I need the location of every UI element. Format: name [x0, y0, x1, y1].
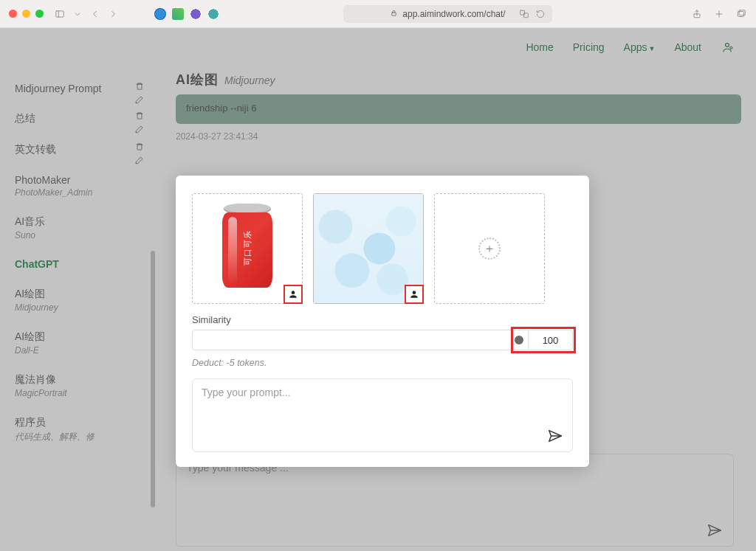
person-badge-icon[interactable] [405, 285, 424, 304]
reload-icon[interactable] [535, 8, 546, 20]
page: Home Pricing Apps▼ About Midjourney Prom… [0, 28, 756, 551]
upload-slot-add[interactable]: ＋ [434, 193, 545, 304]
extension-icon[interactable] [190, 8, 202, 20]
similarity-slider[interactable]: 100 [192, 330, 573, 350]
nav-back-icon[interactable] [89, 8, 101, 20]
chevron-down-icon[interactable] [72, 8, 83, 20]
extension-icon[interactable] [207, 8, 219, 20]
extension-icon[interactable] [154, 8, 166, 20]
zoom-window-icon[interactable] [35, 10, 44, 18]
tab-overview-icon[interactable] [735, 8, 747, 20]
extension-icon[interactable] [172, 8, 184, 20]
person-badge-icon[interactable] [284, 285, 303, 304]
address-bar[interactable]: app.aimindwork.com/chat/ [343, 5, 552, 23]
new-tab-icon[interactable] [713, 8, 725, 20]
upload-slot-2[interactable] [313, 193, 424, 304]
send-icon[interactable] [547, 428, 563, 444]
prompt-input[interactable]: Type your prompt... [192, 378, 573, 452]
translate-icon[interactable] [518, 8, 530, 20]
svg-rect-9 [739, 10, 745, 15]
browser-chrome: app.aimindwork.com/chat/ [0, 0, 756, 28]
url-text: app.aimindwork.com/chat/ [402, 9, 505, 19]
image-coke-can: 可口可乐 [219, 204, 275, 294]
slider-knob[interactable] [515, 336, 523, 344]
svg-rect-0 [56, 10, 64, 16]
svg-rect-8 [738, 11, 743, 16]
sidebar-toggle-icon[interactable] [54, 8, 66, 20]
share-icon[interactable] [691, 8, 703, 20]
upload-modal: 可口可乐 ＋ Similarity 100 Deduct: -5 toke [176, 176, 589, 467]
add-icon: ＋ [478, 238, 501, 260]
deduct-text: Deduct: -5 tokens. [192, 358, 573, 368]
similarity-value[interactable]: 100 [529, 330, 573, 350]
lock-icon [390, 9, 398, 18]
svg-rect-2 [392, 13, 396, 15]
minimize-window-icon[interactable] [22, 10, 30, 18]
extension-icons [154, 8, 219, 20]
similarity-label: Similarity [192, 314, 573, 325]
close-window-icon[interactable] [9, 10, 17, 18]
nav-forward-icon[interactable] [107, 8, 119, 20]
window-controls [9, 10, 44, 18]
upload-slot-1[interactable]: 可口可乐 [192, 193, 303, 304]
